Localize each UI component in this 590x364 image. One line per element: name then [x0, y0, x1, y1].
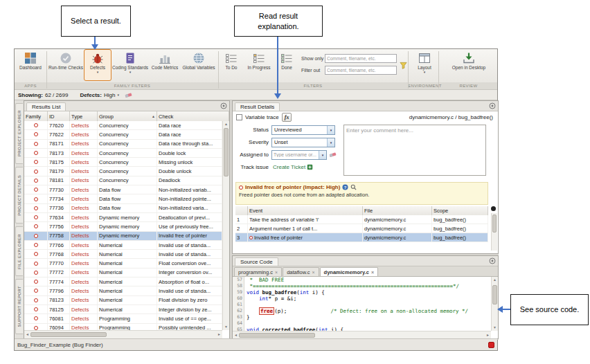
open-in-desktop-button[interactable]: Open in Desktop [441, 49, 497, 70]
panel-menu-icon[interactable] [489, 102, 496, 109]
scroll-down-icon[interactable]: ▼ [223, 324, 229, 330]
events-col-file[interactable]: File [363, 206, 432, 215]
column-header-family[interactable]: Family [24, 111, 48, 121]
scrollbar-thumb[interactable] [239, 333, 315, 338]
severity-select[interactable]: Unset ▾ [271, 138, 335, 147]
type-cell: Defects [70, 296, 98, 304]
scrollbar-thumb[interactable] [30, 332, 107, 337]
filter-button-done[interactable]: Done [275, 49, 298, 70]
side-tab-project-details[interactable]: PROJECT DETAILS [15, 167, 23, 224]
result-row-76094[interactable]: 76094DefectsProgrammingPossibly unintend… [24, 324, 222, 330]
result-row-77768[interactable]: 77768DefectsNumericalInvalid use of stan… [24, 250, 222, 259]
result-row-78171[interactable]: 78171DefectsConcurrencyData race through… [24, 140, 222, 149]
layout-button[interactable]: Layout ▾ [411, 49, 438, 73]
event-row-2[interactable]: 2Argument number 1 of call t...dynamicme… [235, 224, 488, 233]
result-row-77766[interactable]: 77766DefectsNumericalInvalid use of stan… [24, 241, 222, 250]
tab-dataflow-c[interactable]: dataflow.c× [283, 267, 319, 276]
assigned-to-combobox[interactable]: ▾ [271, 150, 327, 160]
variable-trace-checkbox[interactable] [236, 114, 242, 120]
show-only-input[interactable] [325, 54, 397, 63]
result-row-78181[interactable]: 78181DefectsConcurrencyDeadlock [24, 176, 222, 185]
result-row-77730[interactable]: 77730DefectsData flowNon-initialized var… [24, 185, 222, 194]
scrollbar-thumb[interactable] [224, 128, 229, 176]
events-col-scope[interactable]: Scope [432, 206, 488, 215]
close-icon[interactable]: × [275, 270, 278, 275]
source-vertical-scrollbar[interactable]: ▲ ▼ [491, 277, 498, 331]
event-row-3[interactable]: 3Invalid free of pointerdynamicmemory.cb… [235, 233, 488, 242]
close-icon[interactable]: × [312, 270, 314, 275]
result-row-77756[interactable]: 77756DefectsDynamic memoryUse of previou… [24, 222, 222, 231]
scroll-right-icon[interactable]: ► [217, 331, 221, 338]
scroll-up-icon[interactable]: ▲ [492, 277, 498, 283]
question-icon[interactable]: ? [342, 184, 348, 190]
result-row-77770[interactable]: 77770DefectsNumericalFloat conversion ov… [24, 259, 222, 268]
result-row-77734[interactable]: 77734DefectsData flowNon-initialized poi… [24, 194, 222, 203]
create-ticket-icon[interactable] [307, 164, 313, 170]
comment-box[interactable] [343, 125, 486, 176]
result-row-78179[interactable]: 78179DefectsConcurrencyDouble unlock [24, 167, 222, 176]
app-button-code-metrics[interactable]: Code Metrics [149, 49, 181, 81]
side-tab-support-report[interactable]: SUPPORT REPORT [15, 279, 23, 334]
fx-button[interactable]: fx [282, 113, 292, 122]
scroll-left-icon[interactable]: ◄ [26, 331, 29, 338]
results-vertical-scrollbar[interactable]: ▲ ▼ [222, 121, 229, 330]
result-row-77772[interactable]: 77772DefectsNumericalInteger conversion … [24, 269, 222, 277]
source-horizontal-scrollbar[interactable]: ◄ ► [233, 331, 491, 338]
result-row-77622[interactable]: 77622DefectsConcurrencyData race [24, 130, 222, 139]
app-button-global-variables[interactable]: Global Variables [181, 49, 217, 81]
result-row-78175[interactable]: 78175DefectsConcurrencyMissing unlock [24, 158, 222, 167]
result-row-78173[interactable]: 78173DefectsConcurrencyDouble lock [24, 149, 222, 158]
app-button-coding-standards[interactable]: Coding Standards▾ [111, 49, 149, 81]
tab-dynamicmemory-c[interactable]: dynamicmemory.c× [320, 267, 378, 276]
filter-icon[interactable] [400, 62, 407, 69]
events-col-event[interactable]: Event [248, 206, 363, 215]
details-vertical-scrollbar[interactable] [491, 213, 497, 251]
results-horizontal-scrollbar[interactable]: ◄ ► [24, 330, 222, 338]
column-header-group[interactable]: Group▲ [98, 111, 157, 121]
result-row-76081[interactable]: 76081DefectsProgrammingInvalid use of ==… [24, 314, 222, 323]
result-row-78125[interactable]: 78125DefectsNumericalInteger division by… [24, 305, 222, 314]
chevron-down-icon[interactable]: ▾ [117, 93, 119, 97]
event-row-1[interactable]: 1Take the address of variable 'i'dynamic… [235, 215, 488, 224]
result-row-77736[interactable]: 77736DefectsData flowNon-initialized var… [24, 204, 222, 213]
result-row-77620[interactable]: 77620DefectsConcurrencyData race [24, 121, 222, 130]
app-button-defects[interactable]: Defects▾ [84, 49, 111, 81]
magnifier-icon[interactable] [350, 184, 357, 190]
status-select[interactable]: Unreviewed ▾ [271, 125, 335, 135]
side-tab-project-explorer[interactable]: PROJECT EXPLORER [15, 103, 23, 164]
column-header-id[interactable]: ID [48, 111, 70, 121]
panel-menu-icon[interactable] [220, 102, 227, 109]
type-cell: Defects [70, 222, 98, 230]
filter-button-in-progress[interactable]: In Progress [243, 49, 275, 70]
result-row-77796[interactable]: 77796DefectsNumericalInvalid use of stan… [24, 286, 222, 295]
results-list-title[interactable]: Results List [26, 102, 66, 111]
clear-assigned-icon[interactable] [329, 151, 337, 158]
scroll-down-icon[interactable]: ▼ [492, 325, 498, 331]
scrollbar-thumb[interactable] [492, 285, 497, 304]
result-row-77774[interactable]: 77774DefectsNumericalAbsorption of float… [24, 277, 222, 286]
result-details-title[interactable]: Result Details [235, 102, 280, 111]
column-header-type[interactable]: Type [70, 111, 98, 121]
result-row-77634[interactable]: 77634DefectsDynamic memoryDeallocation o… [24, 213, 222, 222]
scroll-left-icon[interactable]: ◄ [234, 332, 238, 338]
app-button-dashboard[interactable]: Dashboard [15, 49, 46, 81]
scroll-right-icon[interactable]: ► [486, 332, 490, 338]
tab-programming-c[interactable]: programming.c× [234, 267, 282, 276]
scrollbar-thumb[interactable] [492, 215, 497, 233]
filter-out-input[interactable] [325, 66, 397, 75]
column-header-check[interactable]: Check [157, 111, 229, 121]
side-tab-file-explorer[interactable]: FILE EXPLORER [15, 226, 23, 276]
result-row-77758[interactable]: 77758DefectsDynamic memoryInvalid free o… [24, 232, 222, 241]
result-row-78123[interactable]: 78123DefectsNumericalFloat division by z… [24, 296, 222, 305]
clear-filter-icon[interactable] [125, 91, 132, 99]
scroll-up-icon[interactable]: ▲ [223, 121, 229, 127]
close-icon[interactable]: × [371, 270, 374, 275]
events-options-icon[interactable] [491, 206, 496, 211]
panel-menu-icon[interactable] [489, 257, 496, 264]
create-ticket-link[interactable]: Create Ticket [273, 164, 305, 170]
assigned-to-input[interactable] [272, 152, 319, 157]
defects-filter-value[interactable]: High [104, 92, 115, 98]
app-button-run-time-checks[interactable]: Run-time Checks [48, 49, 84, 81]
filter-button-to-do[interactable]: To Do [220, 49, 243, 70]
source-code-title[interactable]: Source Code [235, 257, 278, 266]
